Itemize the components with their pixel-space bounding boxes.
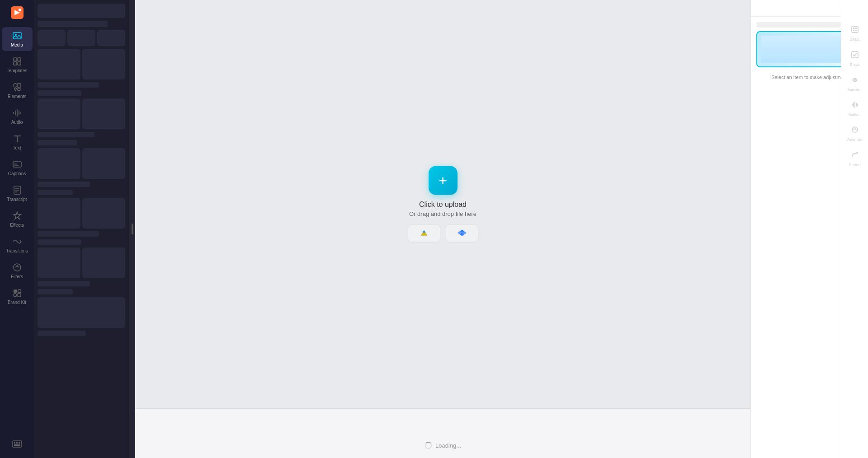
rs-tab-animation-label: Animat... xyxy=(848,88,862,92)
rs-tab-speed[interactable]: Speed xyxy=(843,147,867,171)
upload-plus-icon: + xyxy=(439,173,447,188)
transcript-icon xyxy=(12,185,22,195)
text-icon xyxy=(12,134,22,144)
skeleton-bar-6 xyxy=(38,182,90,187)
thumb-skeleton-6 xyxy=(38,98,80,129)
svg-rect-27 xyxy=(853,30,854,31)
collapse-dot xyxy=(132,224,133,234)
effects-label: Effects xyxy=(10,223,24,228)
rs-tab-basic-2-label: Basic xyxy=(849,62,859,67)
search-bar-skeleton xyxy=(38,4,125,18)
skeleton-bar-5 xyxy=(38,140,77,145)
svg-rect-7 xyxy=(18,62,21,65)
center-content: + Click to upload Or drag and drop file … xyxy=(135,0,750,458)
sidebar-item-templates[interactable]: Templates xyxy=(2,53,33,77)
filters-label: Filters xyxy=(11,274,23,279)
rs-tab-basic-2[interactable]: Basic xyxy=(843,47,867,70)
basic-icon-1 xyxy=(851,25,859,36)
upload-subtitle: Or drag and drop file here xyxy=(409,210,476,217)
sidebar-item-filters[interactable]: Filters xyxy=(2,259,33,283)
svg-rect-22 xyxy=(19,442,20,444)
dropbox-button[interactable] xyxy=(446,224,478,243)
brand-icon xyxy=(12,288,22,298)
svg-rect-20 xyxy=(14,442,15,444)
sidebar-item-keyboard[interactable] xyxy=(2,435,33,453)
svg-point-14 xyxy=(16,265,18,266)
loading-spinner xyxy=(425,442,432,449)
thumb-skeleton-14 xyxy=(38,297,125,328)
skeleton-bar-12 xyxy=(38,331,86,336)
audio-icon xyxy=(12,108,22,118)
media-panel xyxy=(34,0,129,458)
google-drive-button[interactable] xyxy=(408,224,440,243)
svg-point-13 xyxy=(14,264,21,271)
sidebar-item-effects[interactable]: Effects xyxy=(2,207,33,231)
thumb-skeleton-13 xyxy=(82,248,125,278)
captions-label: Captions xyxy=(8,171,26,176)
svg-rect-19 xyxy=(13,441,22,447)
skeleton-bar-3 xyxy=(38,90,81,96)
nav-bottom xyxy=(2,435,33,453)
svg-rect-6 xyxy=(14,62,17,65)
right-panel: × Select an item to make adjustment xyxy=(750,0,868,458)
thumbnail-row-2 xyxy=(38,49,125,79)
svg-rect-24 xyxy=(852,26,858,33)
svg-rect-9 xyxy=(17,84,21,87)
svg-rect-11 xyxy=(13,162,21,167)
thumb-skeleton-9 xyxy=(82,148,125,179)
svg-rect-26 xyxy=(855,28,857,29)
thumb-skeleton-5 xyxy=(82,49,125,79)
svg-rect-28 xyxy=(855,30,857,31)
sidebar-item-captions[interactable]: Captions xyxy=(2,156,33,180)
thumb-skeleton-11 xyxy=(82,198,125,229)
skeleton-bar-1 xyxy=(38,21,108,27)
svg-point-16 xyxy=(18,290,21,293)
brand-kit-label: Brand Kit xyxy=(8,300,26,305)
transitions-label: Transitions xyxy=(6,248,28,253)
skeleton-bar-10 xyxy=(38,281,90,286)
sidebar-item-brand-kit[interactable]: Brand Kit xyxy=(2,285,33,308)
svg-point-30 xyxy=(854,79,856,81)
svg-rect-18 xyxy=(18,294,21,297)
thumb-skeleton-2 xyxy=(67,30,95,46)
sidebar-item-elements[interactable]: Elements xyxy=(2,79,33,103)
captions-icon xyxy=(12,159,22,169)
templates-icon xyxy=(12,56,22,66)
transcript-label: Transcript xyxy=(7,197,27,202)
rs-tab-audio[interactable]: Audio... xyxy=(843,97,867,120)
rs-tab-animate[interactable]: Animate xyxy=(843,122,867,145)
sidebar-item-text[interactable]: Text xyxy=(2,130,33,154)
svg-rect-5 xyxy=(18,58,21,61)
thumb-skeleton-12 xyxy=(38,248,80,278)
thumbnail-row-4 xyxy=(38,148,125,179)
skeleton-bar-9 xyxy=(38,239,81,245)
filters-icon xyxy=(12,262,22,272)
rs-tab-animation[interactable]: Animat... xyxy=(843,72,867,95)
svg-rect-23 xyxy=(14,444,20,446)
sidebar-item-transcript[interactable]: Transcript xyxy=(2,182,33,206)
canvas-container: + Click to upload Or drag and drop file … xyxy=(135,0,750,408)
rs-tab-audio-label: Audio... xyxy=(849,112,861,117)
media-icon xyxy=(12,31,22,41)
thumbnail-row-6 xyxy=(38,248,125,278)
audio-prop-icon xyxy=(851,101,859,111)
thumb-skeleton-3 xyxy=(97,30,125,46)
svg-point-8 xyxy=(14,84,17,87)
upload-button[interactable]: + xyxy=(429,166,458,195)
sidebar-item-audio[interactable]: Audio xyxy=(2,104,33,128)
svg-rect-25 xyxy=(853,28,854,29)
timeline-area: Loading... xyxy=(135,408,750,458)
rs-tab-basic-1[interactable]: Basic xyxy=(843,22,867,45)
nav-sidebar: Media Templates xyxy=(0,0,34,458)
thumb-skeleton-8 xyxy=(38,148,80,179)
sidebar-item-media[interactable]: Media xyxy=(2,27,33,51)
app-logo[interactable] xyxy=(10,5,24,20)
svg-point-1 xyxy=(19,9,21,11)
thumbnail-row-1 xyxy=(38,30,125,46)
thumb-skeleton-7 xyxy=(82,98,125,129)
app-container: Media Templates xyxy=(0,0,868,458)
sidebar-item-transitions[interactable]: Transitions xyxy=(2,233,33,257)
panel-collapse-handle[interactable] xyxy=(129,0,135,458)
media-label: Media xyxy=(11,42,23,47)
loading-indicator: Loading... xyxy=(425,442,461,449)
